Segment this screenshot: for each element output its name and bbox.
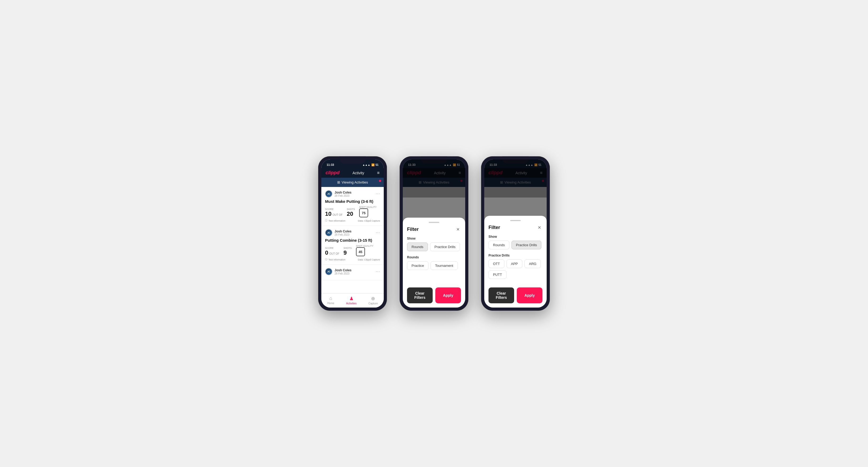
more-options-1[interactable]: ···	[376, 191, 380, 196]
score-group-1: Score 10 OUT OF	[325, 208, 342, 217]
user-date-3: 28 Feb 2023	[335, 272, 351, 275]
score-label-2: Score	[325, 247, 339, 249]
notch	[339, 156, 366, 164]
viewing-banner[interactable]: ⊞ Viewing Activities	[321, 178, 384, 187]
tournament-btn-2[interactable]: Tournament	[431, 261, 458, 270]
logo: clippd	[326, 170, 340, 176]
card-footer-2: ⓘ Test Information Data: Clippd Capture	[325, 258, 380, 261]
home-label: Home	[327, 302, 334, 305]
notification-dot	[379, 180, 381, 182]
phone-screen-3: 11:33 ▲▲▲ 📶 51 clippd Activity ≡ ⊞ Viewi…	[484, 159, 547, 308]
card-stats-2: Score 0 OUT OF Shots 9	[325, 245, 380, 256]
rounds-btn-2[interactable]: Rounds	[407, 243, 428, 251]
info-icon-2: ⓘ	[325, 258, 328, 261]
show-label-3: Show	[489, 235, 542, 239]
avatar-3: JC	[325, 268, 333, 275]
phone-screen: 11:33 ▲▲▲ 📶 51 clippd Activity ≡ ⊞ Viewi…	[321, 159, 384, 308]
modal-actions-3: Clear Filters Apply	[489, 283, 542, 303]
user-date-1: 28 Feb 2023	[335, 194, 351, 197]
modal-header-2: Filter ✕	[407, 226, 461, 232]
avatar-flag-3: JC	[326, 269, 332, 275]
home-icon: ⌂	[329, 295, 332, 301]
user-info-1: JC Josh Coles 28 Feb 2023	[325, 190, 351, 197]
practice-drills-btn-2[interactable]: Practice Drills	[430, 243, 460, 251]
modal-actions-2: Clear Filters Apply	[407, 283, 461, 303]
score-label-1: Score	[325, 208, 342, 211]
user-date-2: 28 Feb 2023	[335, 233, 351, 236]
app-btn-3[interactable]: APP	[506, 259, 522, 268]
rounds-section-label-2: Rounds	[407, 255, 461, 259]
avatar-1: JC	[325, 190, 333, 197]
viewing-text: Viewing Activities	[342, 180, 368, 184]
avatar-flag-2: JC	[326, 229, 332, 236]
apply-btn-3[interactable]: Apply	[517, 287, 542, 303]
shots-label-1: Shots	[347, 208, 355, 211]
close-button-2[interactable]: ✕	[455, 226, 461, 232]
menu-icon[interactable]: ≡	[377, 170, 379, 175]
avatar-2: JC	[325, 229, 333, 237]
practice-drills-btn-3[interactable]: Practice Drills	[512, 241, 541, 249]
info-icon-1: ⓘ	[325, 219, 328, 222]
practice-drills-section-3: Practice Drills OTT APP ARG PUTT	[489, 254, 542, 279]
user-details-2: Josh Coles 28 Feb 2023	[335, 229, 351, 236]
show-section-2: Show Rounds Practice Drills	[407, 237, 461, 251]
test-info-2: ⓘ Test Information	[325, 258, 345, 261]
phone-screen-2: 11:33 ▲▲▲ 📶 51 clippd Activity ≡ ⊞ Viewi…	[403, 159, 465, 308]
status-icons: ▲▲▲ 📶 51	[362, 163, 378, 166]
user-details-1: Josh Coles 28 Feb 2023	[335, 191, 351, 197]
activities-icon: ♟	[349, 295, 353, 302]
score-group-2: Score 0 OUT OF	[325, 247, 339, 256]
test-info-1: ⓘ Test Information	[325, 219, 345, 222]
more-options-2[interactable]: ···	[376, 230, 380, 235]
close-button-3[interactable]: ✕	[536, 224, 542, 230]
score-value-2: 0 OUT OF	[325, 249, 339, 256]
activity-card-2: JC Josh Coles 28 Feb 2023 ··· Putting Co…	[321, 226, 384, 265]
shot-quality-group-2: Shot Quality 45	[356, 245, 373, 256]
activity-card-3: JC Josh Coles 28 Feb 2023 ···	[321, 265, 384, 280]
modal-handle-3	[510, 220, 521, 221]
clear-filters-btn-2[interactable]: Clear Filters	[407, 287, 433, 303]
battery: 51	[376, 163, 378, 166]
filter-title-3: Filter	[489, 225, 500, 230]
show-label-2: Show	[407, 237, 461, 240]
practice-btn-2[interactable]: Practice	[407, 261, 429, 270]
nav-activities[interactable]: ♟ Activities	[346, 295, 356, 305]
ott-btn-3[interactable]: OTT	[489, 259, 504, 268]
card-title-2: Putting Combine (3-15 ft)	[325, 238, 380, 243]
activity-card-1: JC Josh Coles 28 Feb 2023 ··· Must Make …	[321, 187, 384, 226]
practice-drills-section-label-3: Practice Drills	[489, 254, 542, 257]
shot-quality-badge-2: 45	[356, 247, 365, 256]
shots-group-2: Shots 9	[344, 247, 352, 256]
modal-handle-2	[429, 222, 439, 223]
more-options-3[interactable]: ···	[376, 269, 380, 274]
shot-quality-label-2: Shot Quality	[356, 245, 373, 247]
activities-label: Activities	[346, 302, 356, 305]
shots-value-1: 20	[347, 211, 355, 217]
filter-modal-3: Filter ✕ Show Rounds Practice Drills Pra…	[484, 216, 547, 308]
arg-btn-3[interactable]: ARG	[524, 259, 541, 268]
apply-btn-2[interactable]: Apply	[435, 287, 461, 303]
shot-quality-label-1: Shot Quality	[359, 206, 377, 208]
filter-overlay-3: Filter ✕ Show Rounds Practice Drills Pra…	[484, 159, 547, 308]
phone-3: 11:33 ▲▲▲ 📶 51 clippd Activity ≡ ⊞ Viewi…	[481, 156, 550, 311]
filter-modal-2: Filter ✕ Show Rounds Practice Drills Rou…	[403, 218, 465, 308]
show-buttons-3: Rounds Practice Drills	[489, 241, 542, 249]
card-title-1: Must Make Putting (3-6 ft)	[325, 199, 380, 204]
data-source-2: Data: Clippd Capture	[358, 258, 380, 261]
nav-home[interactable]: ⌂ Home	[327, 295, 334, 305]
shot-quality-group-1: Shot Quality 75	[359, 206, 377, 217]
card-header-2: JC Josh Coles 28 Feb 2023 ···	[325, 229, 380, 237]
score-value-1: 10 OUT OF	[325, 211, 342, 217]
clear-filters-btn-3[interactable]: Clear Filters	[489, 287, 514, 303]
putt-btn-3[interactable]: PUTT	[489, 270, 506, 279]
rounds-btn-3[interactable]: Rounds	[489, 241, 509, 249]
out-of-1: OUT OF	[333, 213, 342, 216]
user-details-3: Josh Coles 28 Feb 2023	[335, 269, 351, 275]
signal-icon: ▲▲▲	[362, 163, 370, 166]
nav-capture[interactable]: ⊕ Capture	[368, 295, 378, 305]
app-header: clippd Activity ≡	[321, 168, 384, 178]
avatar-flag-1: JC	[326, 191, 332, 197]
card-stats-1: Score 10 OUT OF Shots 20	[325, 206, 380, 217]
header-title: Activity	[352, 171, 364, 175]
card-footer-1: ⓘ Test Information Data: Clippd Capture	[325, 219, 380, 222]
